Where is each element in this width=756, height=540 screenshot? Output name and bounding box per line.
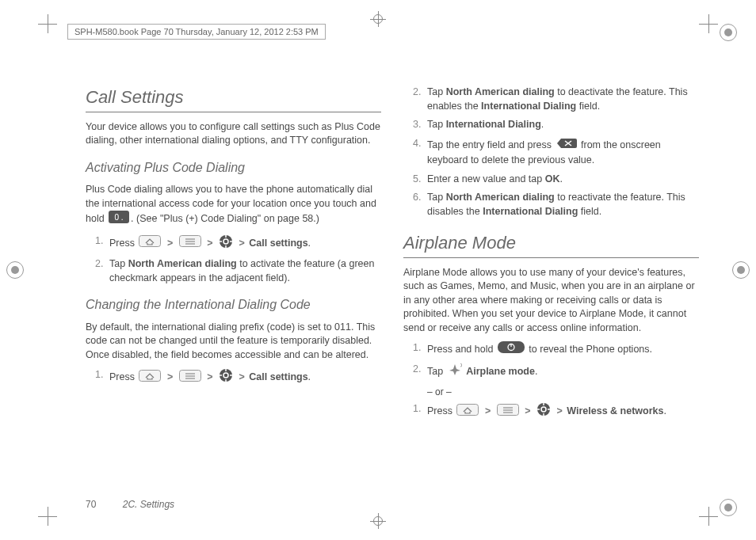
list-number: 1.: [95, 234, 109, 253]
chevron-icon: >: [167, 371, 173, 382]
svg-rect-26: [498, 341, 525, 353]
svg-text:0 .: 0 .: [115, 213, 124, 222]
right-column: 2. Tap North American dialing to deactiv…: [403, 86, 699, 485]
heading-intl-dialing: Changing the International Dialing Code: [86, 296, 381, 314]
list-body: Enter a new value and tap OK.: [427, 173, 699, 187]
left-column: Call Settings Your device allows you to …: [86, 86, 381, 485]
text: Press: [109, 238, 137, 249]
crop-mark: [38, 14, 57, 33]
list-body: Press > > > Call settings.: [109, 368, 381, 387]
chevron-icon: >: [239, 371, 244, 382]
page-body: Call Settings Your device allows you to …: [86, 86, 699, 485]
list-body: Tap North American dialing to activate t…: [109, 257, 381, 285]
menu-key-icon: [179, 235, 201, 252]
registration-mark: [720, 499, 737, 516]
list-item: 1. Press > > > Call settings.: [86, 368, 381, 387]
crop-mark: [699, 14, 718, 33]
intl-body: By default, the international dialing pr…: [86, 321, 381, 363]
registration-mark: [6, 261, 24, 279]
text: Tap: [427, 86, 446, 97]
bold-text: International Dialing: [446, 119, 541, 130]
list-number: 4.: [413, 137, 427, 168]
list-number: 2.: [95, 257, 109, 285]
text: Enter a new value and tap: [427, 173, 545, 184]
menu-key-icon: [497, 404, 519, 420]
list-body: Tap North American dialing to reactivate…: [427, 191, 699, 219]
menu-key-icon: [179, 370, 201, 386]
heading-call-settings: Call Settings: [86, 86, 381, 112]
list-item: 5. Enter a new value and tap OK.: [403, 173, 699, 187]
chevron-icon: >: [556, 405, 562, 416]
menu-label: Wireless & networks: [567, 405, 663, 416]
home-key-icon: [456, 404, 479, 420]
home-key-icon: [139, 370, 161, 386]
settings-icon: [219, 368, 233, 387]
menu-label: Call settings: [249, 238, 307, 249]
text: Tap the entry field and press: [427, 139, 555, 150]
list-item: 3. Tap International Dialing.: [403, 118, 699, 132]
page-header: SPH-M580.book Page 70 Thursday, January …: [67, 24, 326, 40]
registration-mark: [720, 24, 737, 41]
list-number: 5.: [413, 173, 427, 187]
bold-text: North American dialing: [446, 86, 555, 97]
list-body: Press > > > Call settings.: [109, 234, 381, 253]
text: Tap: [427, 366, 446, 377]
list-number: 1.: [413, 402, 427, 421]
text: to reveal the Phone options.: [529, 344, 652, 355]
list-item: 2. Tap North American dialing to deactiv…: [403, 86, 699, 113]
bold-text: North American dialing: [128, 258, 237, 269]
list-body: Tap North American dialing to deactivate…: [427, 86, 699, 113]
list-item: 1. Press > > > Call settings.: [86, 234, 381, 253]
airplane-mode-icon: ✕: [448, 363, 462, 382]
list-body: Tap ✕ Airplane mode.: [427, 363, 699, 382]
list-body: Tap the entry field and press from the o…: [427, 137, 699, 168]
target-mark: [370, 11, 386, 27]
page-footer: 70 2C. Settings: [86, 499, 174, 510]
zero-key-icon: 0 .: [109, 211, 129, 228]
bold-text: International Dialing: [483, 206, 578, 217]
text: Press: [427, 405, 455, 416]
chevron-icon: >: [239, 238, 244, 249]
home-key-icon: [139, 235, 161, 252]
plus-code-body: Plus Code dialing allows you to have the…: [86, 183, 381, 228]
heading-airplane-mode: Airplane Mode: [403, 231, 699, 258]
list-number: 1.: [413, 341, 427, 358]
list-number: 6.: [413, 191, 427, 219]
page-number: 70: [86, 499, 96, 510]
target-mark: [370, 513, 386, 529]
settings-icon: [536, 402, 551, 421]
chevron-icon: >: [207, 371, 212, 382]
menu-label: Call settings: [249, 371, 307, 382]
text: Tap: [109, 258, 128, 269]
text: Tap: [427, 192, 446, 203]
list-item: 6. Tap North American dialing to reactiv…: [403, 191, 699, 219]
delete-key-icon: [556, 137, 577, 154]
bold-text: Airplane mode: [466, 366, 535, 377]
list-number: 1.: [95, 368, 109, 387]
crop-mark: [699, 507, 718, 526]
chevron-icon: >: [525, 405, 530, 416]
list-number: 2.: [413, 86, 427, 113]
or-separator: – or –: [427, 386, 699, 399]
list-item: 4. Tap the entry field and press from th…: [403, 137, 699, 168]
list-number: 2.: [413, 363, 427, 382]
list-body: Press and hold to reveal the Phone optio…: [427, 341, 699, 358]
text: Press: [109, 371, 137, 382]
bold-text: North American dialing: [446, 192, 555, 203]
text: Press and hold: [427, 344, 496, 355]
svg-text:✕: ✕: [460, 363, 462, 369]
chevron-icon: >: [207, 238, 212, 249]
list-number: 3.: [413, 118, 427, 132]
registration-mark: [732, 261, 750, 279]
list-item: 1. Press > > > Wireless & networks.: [403, 402, 699, 421]
heading-plus-code: Activating Plus Code Dialing: [86, 159, 381, 177]
intro-para: Your device allows you to configure call…: [86, 120, 381, 148]
crop-mark: [38, 507, 57, 526]
bold-text: International Dialing: [481, 101, 576, 112]
airplane-intro: Airplane Mode allows you to use many of …: [403, 266, 699, 336]
section-label: 2C. Settings: [123, 499, 174, 510]
power-key-icon: [498, 341, 525, 358]
list-item: 2. Tap ✕ Airplane mode.: [403, 363, 699, 382]
bold-text: OK: [545, 173, 560, 184]
chevron-icon: >: [167, 238, 173, 249]
